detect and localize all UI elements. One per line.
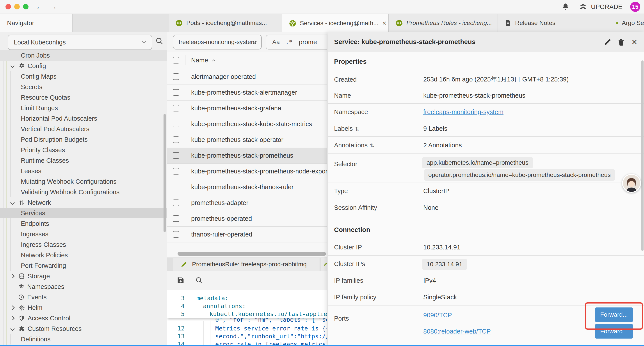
table-row[interactable]: alertmanager-operated <box>167 69 327 85</box>
notification-bell-icon[interactable] <box>562 3 570 11</box>
row-checkbox[interactable] <box>173 121 179 127</box>
table-row[interactable]: kube-prometheus-stack-kube-state-metrics <box>167 116 327 132</box>
tab-prometheus-rules[interactable]: Prometheus Rules - icecheng... <box>389 14 498 32</box>
sidebar-item-leases[interactable]: Leases <box>0 166 167 176</box>
drawer-scrollbar[interactable] <box>641 60 644 251</box>
save-icon[interactable] <box>176 276 185 285</box>
editor-tab-prometheusrule[interactable]: PrometheusRule: freeleaps-prod-rabbitmq <box>173 258 320 271</box>
table-row[interactable]: kube-prometheus-stack-operator <box>167 132 327 148</box>
sidebar-item-helm[interactable]: Helm <box>0 303 167 313</box>
row-checkbox[interactable] <box>173 73 179 80</box>
table-row-selected[interactable]: kube-prometheus-stack-prometheus <box>167 148 327 164</box>
close-tab-icon[interactable]: × <box>382 19 386 27</box>
sidebar-item-config-maps[interactable]: Config Maps <box>0 71 167 82</box>
row-checkbox[interactable] <box>173 89 179 96</box>
port-link-9090[interactable]: 9090/TCP <box>423 312 452 319</box>
sidebar-item-ingress-classes[interactable]: Ingress Classes <box>0 239 167 250</box>
table-row[interactable]: kube-prometheus-stack-grafana <box>167 100 327 116</box>
table-row[interactable]: prometheus-operated <box>167 211 327 227</box>
sidebar-search-icon[interactable] <box>155 37 164 45</box>
back-arrow-icon[interactable]: ← <box>36 0 44 13</box>
sidebar-item-cron-jobs[interactable]: Cron Jobs <box>0 50 167 61</box>
edit-pencil-icon[interactable] <box>604 38 612 46</box>
sidebar-item-resource-quotas[interactable]: Resource Quotas <box>0 92 167 103</box>
table-row[interactable]: prometheus-adapter <box>167 195 327 211</box>
window-close-button[interactable] <box>6 4 11 9</box>
sidebar-item-ingresses[interactable]: Ingresses <box>0 229 167 239</box>
tree-item-label: Mutating Webhook Configurations <box>21 178 116 185</box>
tab-argo[interactable]: Argo Se <box>609 14 644 32</box>
tree-item-label: Access Control <box>28 315 70 322</box>
row-checkbox[interactable] <box>173 184 179 190</box>
window-zoom-button[interactable] <box>23 4 28 9</box>
tab-services[interactable]: Services - icecheng@math... × <box>282 14 389 32</box>
property-label[interactable]: Labels⇅ <box>334 125 360 132</box>
tab-navigator[interactable]: Navigator <box>0 14 72 32</box>
sidebar-item-config[interactable]: Config <box>0 61 167 71</box>
service-name: kube-prometheus-stack-kube-state-metrics <box>191 120 312 128</box>
row-checkbox[interactable] <box>173 136 179 143</box>
table-row[interactable]: kube-prometheus-stack-prometheus-node-ex… <box>167 163 327 179</box>
sidebar-item-events[interactable]: Events <box>0 292 167 303</box>
row-checkbox[interactable] <box>173 200 179 206</box>
port-link-8080[interactable]: 8080:reloader-web/TCP <box>423 328 491 335</box>
sidebar-item-namespaces[interactable]: Namespaces <box>0 281 167 292</box>
row-checkbox[interactable] <box>173 152 179 159</box>
sidebar-item-storage[interactable]: Storage <box>0 271 167 281</box>
yaml-editor[interactable]: 0", "for": "nm", "labels": { "service": … <box>167 290 327 345</box>
editor-search-icon[interactable] <box>195 276 203 284</box>
row-checkbox[interactable] <box>173 231 179 238</box>
window-minimize-button[interactable] <box>14 4 20 9</box>
match-case-toggle[interactable]: Aa <box>272 38 280 45</box>
tab-release-notes[interactable]: Release Notes <box>498 14 609 32</box>
sidebar-item-pod-disruption-budgets[interactable]: Pod Disruption Budgets <box>0 134 167 145</box>
kubeconfig-selector[interactable]: Local Kubeconfigs <box>8 34 152 50</box>
close-drawer-icon[interactable]: × <box>632 36 637 48</box>
sidebar-item-definitions[interactable]: Definitions <box>0 334 167 345</box>
sidebar-item-vertical-pod-autoscalers[interactable]: Vertical Pod Autoscalers <box>0 124 167 134</box>
property-label[interactable]: Annotations⇅ <box>334 141 374 149</box>
regex-toggle[interactable]: .* <box>286 39 292 45</box>
yaml-string: error rate in freeleaps metrics ser <box>215 340 327 345</box>
namespace-link[interactable]: freeleaps-monitoring-system <box>423 108 504 116</box>
sidebar-item-priority-classes[interactable]: Priority Classes <box>0 145 167 155</box>
sidebar-item-network[interactable]: Network <box>0 197 167 208</box>
row-checkbox[interactable] <box>173 105 179 111</box>
row-checkbox[interactable] <box>173 215 179 222</box>
table-row[interactable]: thanos-ruler-operated <box>167 226 327 242</box>
sidebar-item-runtime-classes[interactable]: Runtime Classes <box>0 155 167 166</box>
row-checkbox[interactable] <box>173 168 179 175</box>
forward-arrow-icon[interactable]: → <box>49 0 57 13</box>
sidebar-item-validating-webhook-configurations[interactable]: Validating Webhook Configurations <box>0 187 167 197</box>
table-row[interactable]: kube-prometheus-stack-alertmanager <box>167 84 327 100</box>
url-link[interactable]: https://net <box>301 333 327 340</box>
sidebar-scrollbar[interactable] <box>164 114 166 232</box>
table-row[interactable]: kube-prometheus-stack-thanos-ruler <box>167 179 327 195</box>
sidebar-item-horizontal-pod-autoscalers[interactable]: Horizontal Pod Autoscalers <box>0 113 167 124</box>
sidebar-item-port-forwarding[interactable]: Port Forwarding <box>0 260 167 271</box>
editor-tab-partial[interactable] <box>321 258 327 271</box>
sidebar-item-endpoints[interactable]: Endpoints <box>0 218 167 229</box>
expand-sort-icon: ⇅ <box>370 142 374 148</box>
sidebar-item-services[interactable]: Services <box>0 208 167 218</box>
sidebar-item-mutating-webhook-configurations[interactable]: Mutating Webhook Configurations <box>0 176 167 187</box>
sidebar-item-network-policies[interactable]: Network Policies <box>0 250 167 260</box>
table-horizontal-scrollbar[interactable] <box>178 252 326 256</box>
tab-pods[interactable]: Pods - icecheng@mathmas... <box>169 14 282 32</box>
name-column-header[interactable]: Name <box>191 57 208 64</box>
select-all-checkbox[interactable] <box>173 57 179 63</box>
sidebar-item-limit-ranges[interactable]: Limit Ranges <box>0 103 167 113</box>
indent-guide <box>197 321 197 345</box>
delete-trash-icon[interactable] <box>617 38 625 46</box>
connection-section-title: Connection <box>334 226 370 233</box>
sidebar-item-access-control[interactable]: Access Control <box>0 313 167 324</box>
assistant-avatar[interactable] <box>622 174 641 193</box>
search-input[interactable]: Aa .* prome <box>266 34 327 49</box>
line-number: 12 <box>167 325 184 333</box>
upgrade-button[interactable]: UPGRADE <box>579 0 622 13</box>
notification-count-badge[interactable]: 15 <box>630 2 640 12</box>
sidebar-item-secrets[interactable]: Secrets <box>0 82 167 92</box>
property-row-annotations: Annotations⇅ 2 Annotations <box>328 136 644 153</box>
namespace-selector[interactable]: freeleaps-monitoring-system <box>173 34 262 49</box>
sidebar-item-custom-resources[interactable]: Custom Resources <box>0 324 167 334</box>
